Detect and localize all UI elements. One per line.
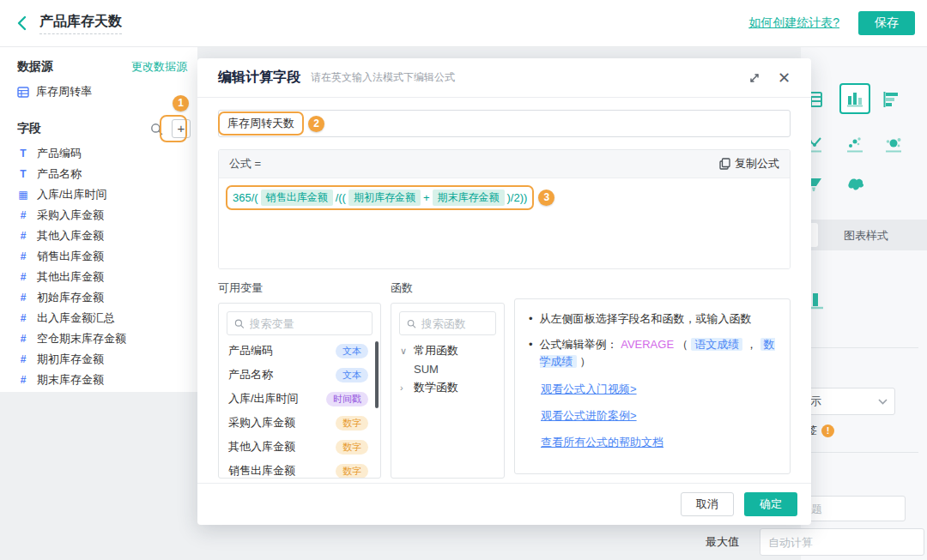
number-field-icon: #	[17, 209, 29, 221]
sidebar-field[interactable]: #其他出库金额	[17, 267, 192, 287]
page-title: 产品库存天数	[39, 13, 122, 34]
variables-label: 可用变量	[218, 280, 381, 296]
sidebar-field[interactable]: #期初库存金额	[17, 349, 192, 370]
fields-label: 字段	[17, 121, 150, 136]
variable-name: 销售出库金额	[228, 463, 295, 479]
formula-text: )/2))	[507, 191, 528, 204]
number-field-icon: #	[17, 250, 29, 262]
sidebar-field[interactable]: ▦入库/出库时间	[17, 184, 192, 205]
variable-item[interactable]: 产品名称文本	[219, 363, 380, 387]
function-item[interactable]: SUM	[391, 358, 504, 376]
datasource-item[interactable]: 库存周转率	[17, 84, 92, 99]
search-icon	[407, 318, 416, 329]
variable-type-badge: 数字	[336, 416, 368, 431]
field-name-input[interactable]: 库存周转天数 2	[218, 110, 791, 137]
datasource-label: 数据源	[17, 59, 53, 75]
function-group[interactable]: ∨常用函数	[391, 339, 504, 358]
field-label: 采购入库金额	[37, 208, 104, 223]
map-chart-icon[interactable]	[845, 176, 866, 195]
sidebar-field[interactable]: T产品编码	[17, 143, 192, 164]
expand-icon[interactable]	[748, 72, 760, 84]
help-links: 观看公式入门视频>观看公式进阶案例>查看所有公式的帮助文档	[541, 382, 776, 450]
horizontal-bar-chart-icon[interactable]	[882, 90, 901, 109]
sidebar-field[interactable]: #其他入库金额	[17, 226, 192, 246]
variable-name: 采购入库金额	[228, 415, 295, 431]
bubble-chart-icon[interactable]	[884, 135, 903, 154]
sidebar-field[interactable]: #销售出库金额	[17, 246, 192, 267]
sidebar-field[interactable]: #采购入库金额	[17, 205, 192, 226]
field-list: T产品编码T产品名称▦入库/出库时间#采购入库金额#其他入库金额#销售出库金额#…	[17, 143, 192, 390]
formula-text: /((	[336, 191, 346, 204]
annotation-badge-3: 3	[538, 190, 554, 206]
confirm-button[interactable]: 确定	[744, 492, 797, 516]
number-field-icon: #	[17, 271, 29, 283]
copy-icon	[719, 158, 730, 170]
field-label: 空仓期末库存金额	[37, 331, 126, 346]
scatter-chart-icon[interactable]	[845, 135, 864, 154]
tab-chart-style[interactable]: 图表样式	[844, 228, 888, 244]
help-link[interactable]: 观看公式进阶案例>	[541, 408, 776, 424]
field-label: 入库/出库时间	[37, 187, 107, 202]
sidebar-field[interactable]: #期末库存金额	[17, 370, 192, 390]
sidebar-field[interactable]: #空仓期末库存金额	[17, 328, 192, 349]
bullet: •	[529, 310, 533, 328]
variable-item[interactable]: 采购入库金额数字	[219, 411, 380, 435]
how-to-create-link[interactable]: 如何创建统计表?	[748, 15, 839, 31]
formula-field-chip: 期初库存金额	[348, 190, 421, 206]
formula-field-chip: 期末库存金额	[433, 190, 505, 206]
annotation-badge-2: 2	[308, 116, 324, 132]
functions-search[interactable]	[399, 311, 496, 335]
display-select[interactable]: 示	[803, 388, 895, 415]
variable-item[interactable]: 产品编码文本	[219, 339, 380, 363]
field-label: 出入库金额汇总	[37, 310, 115, 326]
modal-subtitle: 请在英文输入法模式下编辑公式	[311, 70, 455, 85]
variable-name: 产品名称	[228, 367, 273, 382]
change-datasource-link[interactable]: 更改数据源	[131, 59, 187, 75]
chevron-right-icon: ›	[400, 382, 409, 393]
functions-search-input[interactable]	[421, 317, 488, 330]
warning-icon: !	[821, 425, 834, 437]
field-name-value: 库存周转天数	[227, 116, 294, 131]
functions-label: 函数	[391, 280, 505, 296]
variables-search[interactable]	[227, 311, 373, 335]
title-input-partial[interactable]	[803, 496, 906, 521]
scrollbar-thumb[interactable]	[375, 341, 379, 408]
number-field-icon: #	[17, 312, 29, 324]
variable-item[interactable]: 其他入库金额数字	[219, 435, 380, 459]
field-label: 其他出库金额	[37, 269, 104, 285]
table-icon	[17, 87, 29, 98]
field-label: 期末库存金额	[37, 372, 104, 388]
copy-formula-button[interactable]: 复制公式	[719, 156, 779, 172]
help-link[interactable]: 查看所有公式的帮助文档	[541, 435, 776, 450]
date-field-icon: ▦	[17, 189, 29, 201]
sidebar-field[interactable]: #出入库金额汇总	[17, 308, 192, 328]
chevron-down-icon: ∨	[400, 346, 409, 357]
sidebar-field[interactable]: T产品名称	[17, 164, 192, 184]
cancel-button[interactable]: 取消	[681, 492, 734, 516]
formula-editor[interactable]: 365/(销售出库金额/((期初库存金额+期末库存金额)/2)) 3	[219, 178, 790, 268]
max-value-input[interactable]	[760, 528, 924, 556]
function-group[interactable]: ›数学函数	[391, 376, 504, 395]
add-field-button[interactable]: +	[172, 119, 191, 138]
variables-search-input[interactable]	[250, 317, 366, 330]
field-label: 期初库存金额	[37, 352, 104, 367]
formula-text: 365/(	[233, 191, 258, 204]
variables-panel: 产品编码文本产品名称文本入库/出库时间时间戳采购入库金额数字其他入库金额数字销售…	[218, 303, 381, 479]
close-icon[interactable]: ✕	[778, 70, 791, 86]
number-field-icon: #	[17, 353, 29, 365]
help-tip-2: 公式编辑举例： AVERAGE （ 语文成绩 ， 数学成绩 ）	[540, 336, 776, 370]
variable-item[interactable]: 入库/出库时间时间戳	[219, 387, 380, 411]
number-field-icon: #	[17, 230, 29, 242]
save-button[interactable]: 保存	[858, 11, 915, 35]
annotation-outline-formula: 365/(销售出库金额/((期初库存金额+期末库存金额)/2))	[226, 185, 534, 210]
bar-chart-icon-selected[interactable]	[839, 83, 870, 114]
formula-field-chip: 销售出库金额	[261, 190, 333, 206]
back-icon[interactable]	[15, 15, 29, 31]
search-icon[interactable]	[150, 123, 163, 135]
variable-item[interactable]: 销售出库金额数字	[219, 459, 380, 479]
help-link[interactable]: 观看公式入门视频>	[541, 382, 776, 397]
search-icon	[234, 318, 245, 329]
divider	[809, 452, 918, 453]
sidebar-field[interactable]: #初始库存金额	[17, 287, 192, 308]
text-field-icon: T	[17, 168, 29, 180]
